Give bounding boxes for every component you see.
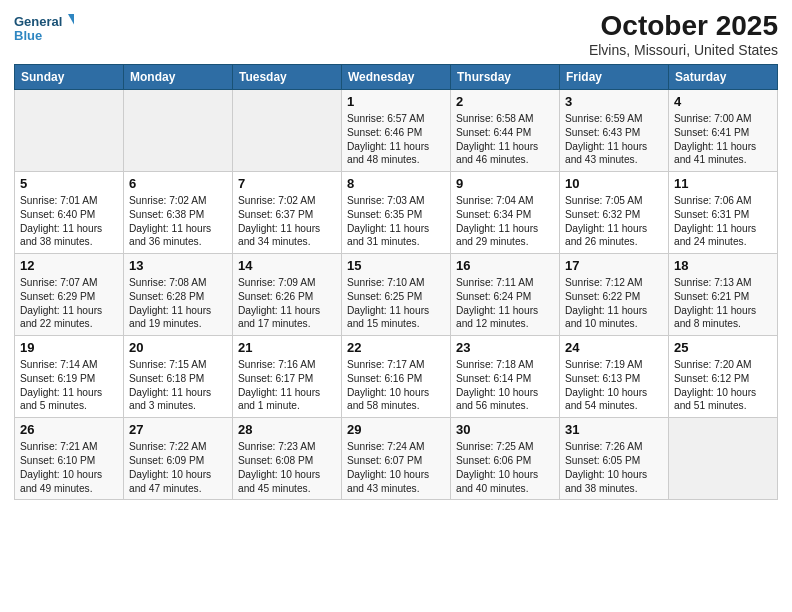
calendar-cell: 31 Sunrise: 7:26 AMSunset: 6:05 PMDaylig… — [560, 418, 669, 500]
day-number: 28 — [238, 422, 336, 437]
day-number: 14 — [238, 258, 336, 273]
calendar-cell: 8 Sunrise: 7:03 AMSunset: 6:35 PMDayligh… — [342, 172, 451, 254]
calendar-header: Sunday Monday Tuesday Wednesday Thursday… — [15, 65, 778, 90]
calendar-cell — [233, 90, 342, 172]
cell-text: Sunrise: 7:22 AMSunset: 6:09 PMDaylight:… — [129, 440, 227, 495]
calendar-cell: 3 Sunrise: 6:59 AMSunset: 6:43 PMDayligh… — [560, 90, 669, 172]
cell-text: Sunrise: 7:06 AMSunset: 6:31 PMDaylight:… — [674, 194, 772, 249]
day-number: 8 — [347, 176, 445, 191]
col-thursday: Thursday — [451, 65, 560, 90]
day-number: 20 — [129, 340, 227, 355]
day-number: 18 — [674, 258, 772, 273]
calendar-cell: 21 Sunrise: 7:16 AMSunset: 6:17 PMDaylig… — [233, 336, 342, 418]
logo: General Blue — [14, 10, 74, 46]
day-number: 10 — [565, 176, 663, 191]
svg-text:General: General — [14, 14, 62, 29]
calendar-cell: 7 Sunrise: 7:02 AMSunset: 6:37 PMDayligh… — [233, 172, 342, 254]
calendar-week-3: 19 Sunrise: 7:14 AMSunset: 6:19 PMDaylig… — [15, 336, 778, 418]
day-number: 2 — [456, 94, 554, 109]
cell-text: Sunrise: 7:18 AMSunset: 6:14 PMDaylight:… — [456, 358, 554, 413]
day-number: 31 — [565, 422, 663, 437]
calendar-cell: 28 Sunrise: 7:23 AMSunset: 6:08 PMDaylig… — [233, 418, 342, 500]
day-number: 25 — [674, 340, 772, 355]
calendar-cell: 16 Sunrise: 7:11 AMSunset: 6:24 PMDaylig… — [451, 254, 560, 336]
calendar-cell: 23 Sunrise: 7:18 AMSunset: 6:14 PMDaylig… — [451, 336, 560, 418]
col-saturday: Saturday — [669, 65, 778, 90]
calendar-cell: 4 Sunrise: 7:00 AMSunset: 6:41 PMDayligh… — [669, 90, 778, 172]
cell-text: Sunrise: 7:15 AMSunset: 6:18 PMDaylight:… — [129, 358, 227, 413]
location: Elvins, Missouri, United States — [589, 42, 778, 58]
calendar-cell: 26 Sunrise: 7:21 AMSunset: 6:10 PMDaylig… — [15, 418, 124, 500]
cell-text: Sunrise: 7:00 AMSunset: 6:41 PMDaylight:… — [674, 112, 772, 167]
calendar-cell: 13 Sunrise: 7:08 AMSunset: 6:28 PMDaylig… — [124, 254, 233, 336]
cell-text: Sunrise: 7:07 AMSunset: 6:29 PMDaylight:… — [20, 276, 118, 331]
col-wednesday: Wednesday — [342, 65, 451, 90]
calendar-cell — [669, 418, 778, 500]
calendar-cell: 12 Sunrise: 7:07 AMSunset: 6:29 PMDaylig… — [15, 254, 124, 336]
day-number: 1 — [347, 94, 445, 109]
day-number: 11 — [674, 176, 772, 191]
cell-text: Sunrise: 7:08 AMSunset: 6:28 PMDaylight:… — [129, 276, 227, 331]
calendar-cell: 14 Sunrise: 7:09 AMSunset: 6:26 PMDaylig… — [233, 254, 342, 336]
calendar-cell: 11 Sunrise: 7:06 AMSunset: 6:31 PMDaylig… — [669, 172, 778, 254]
day-number: 19 — [20, 340, 118, 355]
cell-text: Sunrise: 7:26 AMSunset: 6:05 PMDaylight:… — [565, 440, 663, 495]
calendar-cell: 25 Sunrise: 7:20 AMSunset: 6:12 PMDaylig… — [669, 336, 778, 418]
col-friday: Friday — [560, 65, 669, 90]
calendar-cell: 10 Sunrise: 7:05 AMSunset: 6:32 PMDaylig… — [560, 172, 669, 254]
cell-text: Sunrise: 7:09 AMSunset: 6:26 PMDaylight:… — [238, 276, 336, 331]
calendar-cell: 22 Sunrise: 7:17 AMSunset: 6:16 PMDaylig… — [342, 336, 451, 418]
header: General Blue October 2025 Elvins, Missou… — [14, 10, 778, 58]
calendar-week-4: 26 Sunrise: 7:21 AMSunset: 6:10 PMDaylig… — [15, 418, 778, 500]
day-number: 21 — [238, 340, 336, 355]
svg-marker-2 — [68, 14, 74, 28]
calendar-cell: 9 Sunrise: 7:04 AMSunset: 6:34 PMDayligh… — [451, 172, 560, 254]
cell-text: Sunrise: 7:14 AMSunset: 6:19 PMDaylight:… — [20, 358, 118, 413]
day-number: 23 — [456, 340, 554, 355]
calendar-cell: 27 Sunrise: 7:22 AMSunset: 6:09 PMDaylig… — [124, 418, 233, 500]
col-monday: Monday — [124, 65, 233, 90]
day-number: 29 — [347, 422, 445, 437]
calendar-cell: 1 Sunrise: 6:57 AMSunset: 6:46 PMDayligh… — [342, 90, 451, 172]
day-number: 26 — [20, 422, 118, 437]
day-number: 7 — [238, 176, 336, 191]
cell-text: Sunrise: 7:19 AMSunset: 6:13 PMDaylight:… — [565, 358, 663, 413]
day-number: 6 — [129, 176, 227, 191]
title-block: October 2025 Elvins, Missouri, United St… — [589, 10, 778, 58]
calendar-cell: 2 Sunrise: 6:58 AMSunset: 6:44 PMDayligh… — [451, 90, 560, 172]
calendar-cell: 18 Sunrise: 7:13 AMSunset: 6:21 PMDaylig… — [669, 254, 778, 336]
month-title: October 2025 — [589, 10, 778, 42]
header-row: Sunday Monday Tuesday Wednesday Thursday… — [15, 65, 778, 90]
calendar-cell: 15 Sunrise: 7:10 AMSunset: 6:25 PMDaylig… — [342, 254, 451, 336]
cell-text: Sunrise: 7:03 AMSunset: 6:35 PMDaylight:… — [347, 194, 445, 249]
day-number: 4 — [674, 94, 772, 109]
cell-text: Sunrise: 7:01 AMSunset: 6:40 PMDaylight:… — [20, 194, 118, 249]
day-number: 12 — [20, 258, 118, 273]
calendar-cell — [124, 90, 233, 172]
cell-text: Sunrise: 7:20 AMSunset: 6:12 PMDaylight:… — [674, 358, 772, 413]
cell-text: Sunrise: 7:24 AMSunset: 6:07 PMDaylight:… — [347, 440, 445, 495]
calendar-body: 1 Sunrise: 6:57 AMSunset: 6:46 PMDayligh… — [15, 90, 778, 500]
cell-text: Sunrise: 7:12 AMSunset: 6:22 PMDaylight:… — [565, 276, 663, 331]
cell-text: Sunrise: 7:21 AMSunset: 6:10 PMDaylight:… — [20, 440, 118, 495]
cell-text: Sunrise: 7:11 AMSunset: 6:24 PMDaylight:… — [456, 276, 554, 331]
col-tuesday: Tuesday — [233, 65, 342, 90]
cell-text: Sunrise: 7:02 AMSunset: 6:37 PMDaylight:… — [238, 194, 336, 249]
day-number: 9 — [456, 176, 554, 191]
cell-text: Sunrise: 6:58 AMSunset: 6:44 PMDaylight:… — [456, 112, 554, 167]
cell-text: Sunrise: 7:25 AMSunset: 6:06 PMDaylight:… — [456, 440, 554, 495]
calendar-week-2: 12 Sunrise: 7:07 AMSunset: 6:29 PMDaylig… — [15, 254, 778, 336]
day-number: 16 — [456, 258, 554, 273]
day-number: 30 — [456, 422, 554, 437]
calendar-cell: 17 Sunrise: 7:12 AMSunset: 6:22 PMDaylig… — [560, 254, 669, 336]
day-number: 13 — [129, 258, 227, 273]
cell-text: Sunrise: 6:59 AMSunset: 6:43 PMDaylight:… — [565, 112, 663, 167]
calendar-cell: 19 Sunrise: 7:14 AMSunset: 6:19 PMDaylig… — [15, 336, 124, 418]
calendar-cell: 30 Sunrise: 7:25 AMSunset: 6:06 PMDaylig… — [451, 418, 560, 500]
day-number: 3 — [565, 94, 663, 109]
calendar-cell: 20 Sunrise: 7:15 AMSunset: 6:18 PMDaylig… — [124, 336, 233, 418]
day-number: 15 — [347, 258, 445, 273]
cell-text: Sunrise: 7:17 AMSunset: 6:16 PMDaylight:… — [347, 358, 445, 413]
day-number: 27 — [129, 422, 227, 437]
col-sunday: Sunday — [15, 65, 124, 90]
